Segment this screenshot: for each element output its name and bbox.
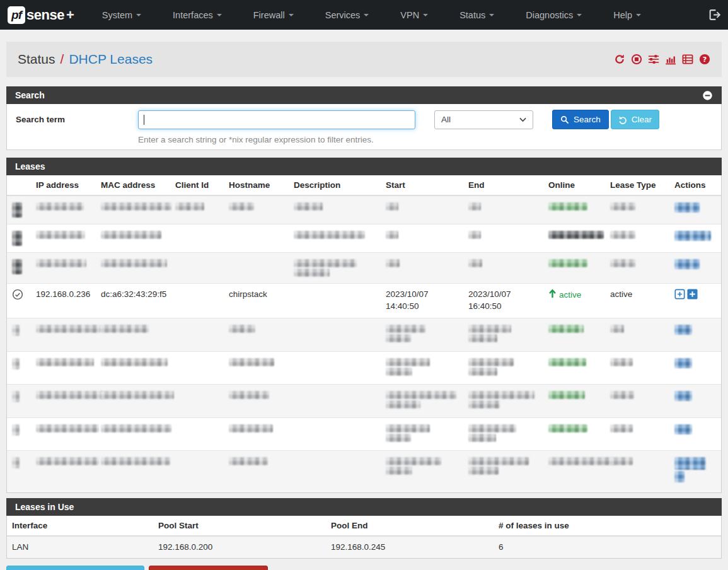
- search-scope-select[interactable]: All: [434, 110, 533, 129]
- search-panel: Search Search term All Searc: [6, 86, 722, 150]
- undo-icon: [618, 115, 627, 124]
- col-description: Description: [289, 175, 381, 195]
- plus-square-solid-icon[interactable]: [687, 289, 698, 303]
- nav-item-firewall[interactable]: Firewall: [253, 10, 294, 20]
- redacted-line: [36, 391, 91, 399]
- redacted-actions[interactable]: [674, 358, 692, 368]
- pfsense-logo-sense: sense: [26, 7, 64, 23]
- redacted-line: [12, 457, 26, 468]
- help-icon[interactable]: ?: [699, 54, 710, 65]
- redacted-line: [548, 202, 600, 211]
- lease-cell-clientid: [170, 284, 224, 318]
- redacted-line: [36, 325, 91, 333]
- redacted-actions[interactable]: [674, 424, 692, 434]
- redacted-actions[interactable]: [674, 391, 692, 401]
- lease-cell-online: [543, 224, 605, 253]
- search-input[interactable]: [138, 110, 415, 129]
- redacted-actions[interactable]: [674, 259, 700, 269]
- redacted-actions[interactable]: [674, 471, 685, 482]
- redacted-line: [101, 391, 165, 399]
- redacted-ip: [36, 457, 99, 465]
- redacted-line: [386, 391, 458, 399]
- svg-text:?: ?: [703, 55, 707, 64]
- redacted-line: [468, 358, 538, 366]
- lease-cell-mac: [96, 195, 170, 224]
- nav-item-system[interactable]: System: [102, 10, 141, 20]
- lease-cell-online: [543, 253, 605, 284]
- bar-chart-icon[interactable]: [665, 54, 676, 65]
- redacted-end: [468, 457, 529, 465]
- col-end: End: [463, 175, 543, 195]
- redacted-actions[interactable]: [674, 202, 700, 212]
- search-panel-header: Search: [6, 86, 722, 104]
- lease-row: 192.168.0.236dc:a6:32:43:29:f5chirpstack…: [7, 284, 721, 318]
- redacted-ip: [36, 202, 84, 211]
- redacted-line: [610, 259, 664, 267]
- lease-cell-mac: [96, 385, 170, 418]
- clear-button[interactable]: Clear: [611, 110, 659, 129]
- breadcrumb-separator: /: [61, 52, 64, 67]
- breadcrumb-page-link[interactable]: DHCP Leases: [69, 52, 153, 67]
- plus-square-outline-icon[interactable]: [674, 289, 685, 303]
- clear-button-label: Clear: [632, 115, 652, 124]
- nav-item-label: Services: [325, 10, 361, 20]
- col-lease-type: Lease Type: [605, 175, 669, 195]
- nav-item-services[interactable]: Services: [325, 10, 369, 20]
- lease-cell-start: 2023/10/07 14:40:50: [381, 284, 463, 318]
- redacted-actions[interactable]: [674, 457, 706, 470]
- redacted-line: [548, 424, 600, 433]
- redacted-actions[interactable]: [674, 231, 711, 241]
- leases-in-use-header-row: InterfacePool StartPool End# of leases i…: [7, 516, 721, 536]
- lease-cell-desc: [289, 451, 381, 492]
- col-online: Online: [543, 175, 605, 195]
- search-button[interactable]: Search: [552, 110, 609, 129]
- redacted-line: [294, 259, 376, 267]
- breadcrumb-section: Status: [18, 52, 55, 67]
- nav-item-diagnostics[interactable]: Diagnostics: [526, 10, 582, 20]
- pfsense-logo[interactable]: pf sense +: [8, 6, 74, 24]
- sliders-icon[interactable]: [648, 54, 659, 65]
- redacted-actions[interactable]: [674, 325, 692, 335]
- nav-item-status[interactable]: Status: [459, 10, 494, 20]
- redacted-line: [12, 231, 26, 246]
- lease-cell-actions: [669, 195, 721, 224]
- record-icon[interactable]: [631, 54, 642, 65]
- nav-item-help[interactable]: Help: [613, 10, 641, 20]
- redacted-mac: [101, 391, 174, 399]
- redacted-start: [386, 334, 411, 342]
- redacted-line: [36, 231, 91, 239]
- redacted-online: [548, 391, 585, 399]
- lease-cell-icon: [7, 195, 31, 224]
- redacted-end: [468, 467, 499, 475]
- redacted-icon: [12, 259, 22, 274]
- lease-row: [7, 195, 721, 224]
- lease-cell-leasetype: [605, 451, 669, 492]
- lease-cell-clientid: [170, 451, 224, 492]
- minus-circle-icon[interactable]: [702, 90, 713, 101]
- redacted-line: [101, 358, 165, 366]
- redacted-icon: [12, 358, 20, 369]
- col-actions: Actions: [669, 175, 721, 195]
- redacted-end: [468, 434, 496, 442]
- redacted-line: [674, 424, 716, 434]
- search-icon: [560, 115, 569, 124]
- clear-all-dhcp-leases-button[interactable]: Clear all DHCP leases: [149, 566, 268, 570]
- logout-button[interactable]: [708, 9, 720, 21]
- redacted-line: [101, 457, 165, 465]
- nav-item-vpn[interactable]: VPN: [400, 10, 428, 20]
- show-all-configured-leases-button[interactable]: Show all configured leases: [6, 566, 144, 570]
- leases-in-use-row: LAN192.168.0.200192.168.0.2456: [7, 536, 721, 559]
- redacted-online: [548, 231, 604, 239]
- nav-menu: SystemInterfacesFirewallServicesVPNStatu…: [102, 10, 641, 20]
- refresh-icon[interactable]: [614, 54, 625, 65]
- redacted-start: [386, 400, 420, 409]
- nav-item-interfaces[interactable]: Interfaces: [173, 10, 222, 20]
- table-icon[interactable]: [682, 54, 693, 65]
- redacted-leasetype: [610, 391, 634, 399]
- redacted-leasetype: [610, 259, 635, 267]
- caret-down-icon: [423, 14, 428, 16]
- redacted-line: [468, 368, 538, 376]
- lease-cell-ip: [31, 352, 96, 385]
- lease-cell-ip: [31, 224, 96, 253]
- redacted-line: [610, 325, 664, 333]
